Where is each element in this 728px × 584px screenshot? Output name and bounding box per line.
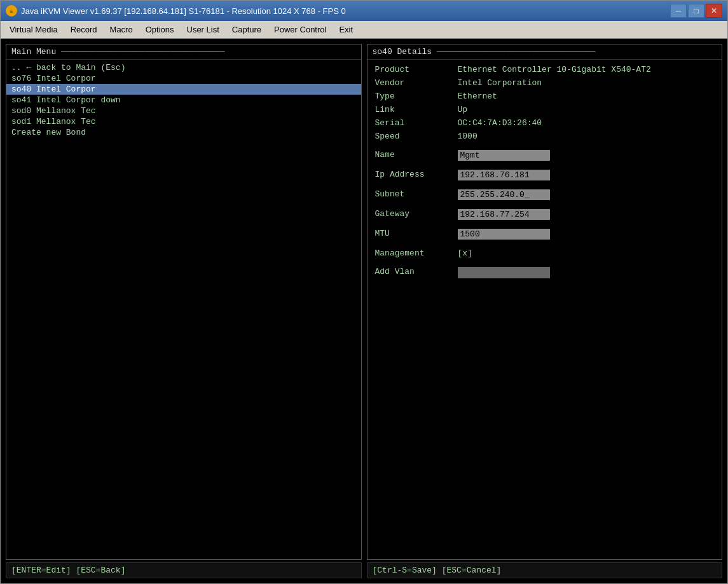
management-checkbox[interactable]: [x] <box>458 248 472 258</box>
content-area: Main Menu ──────────────────────────────… <box>1 39 727 583</box>
mtu-input[interactable] <box>458 229 550 240</box>
menu-power-control[interactable]: Power Control <box>268 21 333 38</box>
name-label: Name <box>375 150 458 160</box>
speed-row: Speed 1000 <box>375 132 715 141</box>
link-label: Link <box>375 105 458 114</box>
name-row: Name <box>375 150 715 161</box>
serial-value: OC:C4:7A:D3:26:40 <box>458 118 715 128</box>
serial-row: Serial OC:C4:7A:D3:26:40 <box>375 118 715 128</box>
vendor-value: Intel Corporation <box>458 78 715 88</box>
minimize-button[interactable]: ─ <box>670 4 687 18</box>
menu-user-list[interactable]: User List <box>181 21 226 38</box>
subnet-row: Subnet <box>375 189 715 200</box>
subnet-label: Subnet <box>375 189 458 199</box>
product-value: Ethernet Controller 10-Gigabit X540-AT2 <box>458 65 715 74</box>
gateway-row: Gateway <box>375 209 715 220</box>
details-content: Product Ethernet Controller 10-Gigabit X… <box>367 60 722 559</box>
gateway-label: Gateway <box>375 209 458 219</box>
type-label: Type <box>375 92 458 101</box>
main-window: ☕ Java iKVM Viewer v1.69.37 [192.168.64.… <box>0 0 728 584</box>
left-panel: Main Menu ──────────────────────────────… <box>6 44 362 560</box>
speed-value: 1000 <box>458 132 715 141</box>
speed-label: Speed <box>375 132 458 141</box>
menu-record[interactable]: Record <box>64 21 104 38</box>
title-bar-left: ☕ Java iKVM Viewer v1.69.37 [192.168.64.… <box>6 5 346 17</box>
vendor-label: Vendor <box>375 78 458 88</box>
vendor-row: Vendor Intel Corporation <box>375 78 715 88</box>
right-panel-title: so40 Details ───────────────────────────… <box>367 44 722 60</box>
link-row: Link Up <box>375 105 715 114</box>
menu-item-so76[interactable]: so76 Intel Corpor <box>6 73 361 84</box>
serial-label: Serial <box>375 118 458 128</box>
menu-options[interactable]: Options <box>139 21 181 38</box>
restore-button[interactable]: □ <box>688 4 704 18</box>
left-status-bar: [ENTER=Edit] [ESC=Back] <box>6 562 362 578</box>
right-panel: so40 Details ───────────────────────────… <box>367 44 723 560</box>
menu-item-sod0[interactable]: sod0 Mellanox Tec <box>6 105 361 116</box>
bottom-bar: [ENTER=Edit] [ESC=Back] [Ctrl-S=Save] [E… <box>6 562 722 578</box>
menu-macro[interactable]: Macro <box>104 21 139 38</box>
right-status-bar: [Ctrl-S=Save] [ESC=Cancel] <box>367 562 723 578</box>
menu-exit[interactable]: Exit <box>333 21 359 38</box>
management-row: Management [x] <box>375 248 715 258</box>
product-label: Product <box>375 65 458 74</box>
menu-item-back[interactable]: .. ← back to Main (Esc) <box>6 62 361 73</box>
add-vlan-input[interactable] <box>458 267 550 278</box>
gateway-input[interactable] <box>458 209 550 220</box>
window-title: Java iKVM Viewer v1.69.37 [192.168.64.18… <box>21 6 346 16</box>
menu-item-so40[interactable]: so40 Intel Corpor <box>6 84 361 95</box>
menu-capture[interactable]: Capture <box>226 21 268 38</box>
menu-bar: Virtual Media Record Macro Options User … <box>1 21 727 39</box>
ip-input[interactable] <box>458 170 550 180</box>
name-input[interactable] <box>458 150 550 161</box>
menu-list: .. ← back to Main (Esc) so76 Intel Corpo… <box>6 60 361 559</box>
menu-item-sod1[interactable]: sod1 Mellanox Tec <box>6 116 361 127</box>
panels: Main Menu ──────────────────────────────… <box>6 44 722 560</box>
app-icon: ☕ <box>6 5 17 17</box>
product-row: Product Ethernet Controller 10-Gigabit X… <box>375 65 715 74</box>
menu-item-bond[interactable]: Create new Bond <box>6 127 361 138</box>
menu-virtual-media[interactable]: Virtual Media <box>3 21 64 38</box>
mtu-row: MTU <box>375 229 715 240</box>
ip-label: Ip Address <box>375 170 458 179</box>
add-vlan-row: Add Vlan <box>375 267 715 278</box>
title-bar-controls: ─ □ ✕ <box>670 4 722 18</box>
ip-row: Ip Address <box>375 170 715 180</box>
subnet-input[interactable] <box>458 189 550 200</box>
type-value: Ethernet <box>458 92 715 101</box>
management-label: Management <box>375 248 458 258</box>
close-button[interactable]: ✕ <box>706 4 722 18</box>
title-bar: ☕ Java iKVM Viewer v1.69.37 [192.168.64.… <box>1 1 727 21</box>
link-value: Up <box>458 105 715 114</box>
left-panel-title: Main Menu ──────────────────────────────… <box>6 44 361 60</box>
add-vlan-label: Add Vlan <box>375 267 458 276</box>
type-row: Type Ethernet <box>375 92 715 101</box>
mtu-label: MTU <box>375 229 458 238</box>
menu-item-so41[interactable]: so41 Intel Corpor down <box>6 95 361 105</box>
